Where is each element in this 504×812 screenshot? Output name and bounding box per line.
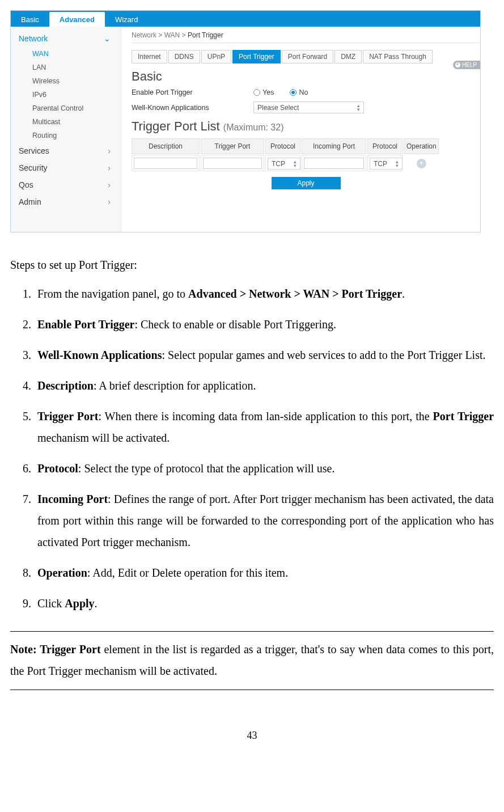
subtab-ddns[interactable]: DDNS bbox=[168, 50, 200, 64]
top-tab-wizard[interactable]: Wizard bbox=[105, 12, 148, 27]
page-number: 43 bbox=[10, 730, 494, 742]
updown-icon: ▴▾ bbox=[396, 160, 399, 168]
wellknown-apps-select[interactable]: Please Select ▴▾ bbox=[253, 102, 364, 113]
intro-text: Steps to set up Port Trigger: bbox=[10, 256, 494, 274]
step-7: Incoming Port: Defines the range of port… bbox=[34, 488, 494, 553]
subtab-dmz[interactable]: DMZ bbox=[334, 50, 362, 64]
col-trigger-port: Trigger Port bbox=[201, 138, 264, 154]
help-button[interactable]: HELP bbox=[453, 61, 480, 69]
sidebar-sub-lan[interactable]: LAN bbox=[11, 61, 121, 74]
sidebar: Network ⌄ WAN LAN Wireless IPv6 Parental… bbox=[11, 27, 121, 232]
sidebar-item-security[interactable]: Security › bbox=[11, 159, 121, 176]
sidebar-sub-routing[interactable]: Routing bbox=[11, 129, 121, 142]
subtab-internet[interactable]: Internet bbox=[132, 50, 167, 64]
chevron-down-icon: ⌄ bbox=[104, 34, 111, 43]
step-3: Well-Known Applications: Select popular … bbox=[34, 344, 494, 366]
chevron-right-icon: › bbox=[108, 197, 111, 206]
subtab-upnp[interactable]: UPnP bbox=[201, 50, 231, 64]
col-incoming-port: Incoming Port bbox=[302, 138, 366, 154]
sub-tabs: Internet DDNS UPnP Port Trigger Port For… bbox=[132, 50, 480, 64]
sidebar-item-qos[interactable]: Qos › bbox=[11, 176, 121, 193]
sidebar-sub-wan[interactable]: WAN bbox=[11, 47, 121, 61]
step-4: Description: A brief description for app… bbox=[34, 375, 494, 396]
sidebar-label: Network bbox=[19, 34, 48, 43]
plus-icon: + bbox=[417, 159, 426, 168]
radio-icon bbox=[253, 89, 260, 96]
breadcrumb: Network > WAN > Port Trigger bbox=[132, 31, 480, 39]
radio-checked-icon bbox=[290, 89, 297, 96]
col-description: Description bbox=[132, 138, 200, 154]
sidebar-item-admin[interactable]: Admin › bbox=[11, 193, 121, 210]
back-arrow-icon bbox=[455, 62, 460, 67]
sidebar-item-services[interactable]: Services › bbox=[11, 142, 121, 159]
steps-list: From the navigation panel, go to Advance… bbox=[10, 283, 494, 614]
step-9: Click Apply. bbox=[34, 593, 494, 614]
subtab-port-trigger[interactable]: Port Trigger bbox=[232, 50, 281, 64]
updown-icon: ▴▾ bbox=[357, 104, 360, 112]
step-8: Operation: Add, Edit or Delete operation… bbox=[34, 562, 494, 583]
sidebar-sub-ipv6[interactable]: IPv6 bbox=[11, 88, 121, 102]
chevron-right-icon: › bbox=[108, 146, 111, 155]
protocol-select-2[interactable]: TCP ▴▾ bbox=[370, 158, 403, 170]
trigger-port-table: Description Trigger Port Protocol TCP ▴▾ bbox=[132, 138, 475, 171]
content-area: Network > WAN > Port Trigger Internet DD… bbox=[121, 27, 480, 232]
chevron-right-icon: › bbox=[108, 180, 111, 189]
documentation-body: Steps to set up Port Trigger: From the n… bbox=[10, 256, 494, 690]
incoming-port-input[interactable] bbox=[304, 158, 364, 169]
add-row-button[interactable]: + bbox=[404, 155, 439, 171]
chevron-right-icon: › bbox=[108, 163, 111, 172]
trigger-port-input[interactable] bbox=[203, 158, 262, 169]
protocol-select-1[interactable]: TCP ▴▾ bbox=[268, 158, 300, 170]
subtab-port-forward[interactable]: Port Forward bbox=[282, 50, 333, 64]
sidebar-sub-parental[interactable]: Parental Control bbox=[11, 102, 121, 115]
col-operation: Operation bbox=[404, 138, 439, 154]
sidebar-item-network[interactable]: Network ⌄ bbox=[11, 30, 121, 47]
updown-icon: ▴▾ bbox=[294, 160, 297, 168]
top-tabs: Basic Advanced Wizard bbox=[11, 11, 480, 27]
step-5: Trigger Port: When there is incoming dat… bbox=[34, 405, 494, 449]
step-6: Protocol: Select the type of protocol th… bbox=[34, 458, 494, 479]
col-protocol: Protocol bbox=[265, 138, 300, 154]
description-input[interactable] bbox=[134, 158, 197, 169]
router-admin-screenshot: Basic Advanced Wizard Network ⌄ WAN LAN … bbox=[10, 10, 481, 232]
radio-no[interactable]: No bbox=[290, 88, 308, 96]
enable-port-trigger-label: Enable Port Trigger bbox=[132, 88, 253, 96]
col-protocol-2: Protocol bbox=[367, 138, 403, 154]
top-tab-basic[interactable]: Basic bbox=[11, 12, 49, 27]
step-1: From the navigation panel, go to Advance… bbox=[34, 283, 494, 304]
subtab-nat-pass[interactable]: NAT Pass Through bbox=[363, 50, 433, 64]
radio-yes[interactable]: Yes bbox=[253, 88, 274, 96]
wellknown-apps-label: Well-Known Applications bbox=[132, 104, 253, 112]
section-title-list: Trigger Port List (Maximum: 32) bbox=[132, 119, 480, 134]
sidebar-sub-wireless[interactable]: Wireless bbox=[11, 74, 121, 88]
sidebar-sub-multicast[interactable]: Multicast bbox=[11, 115, 121, 129]
section-title-basic: Basic bbox=[132, 69, 480, 84]
apply-button[interactable]: Apply bbox=[272, 177, 341, 189]
top-tab-advanced[interactable]: Advanced bbox=[49, 12, 105, 27]
note-block: Note: Trigger Port element in the list i… bbox=[10, 631, 494, 690]
step-2: Enable Port Trigger: Check to enable or … bbox=[34, 314, 494, 335]
